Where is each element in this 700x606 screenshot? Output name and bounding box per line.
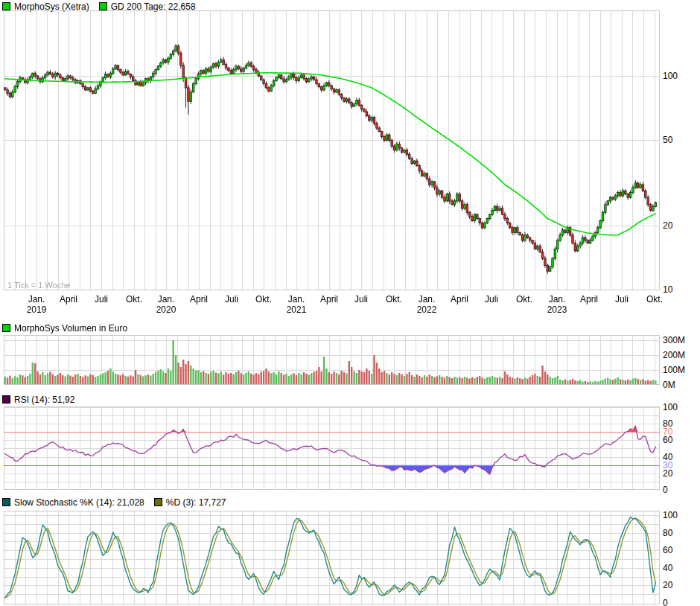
volume-axis-tick: 300M bbox=[663, 335, 685, 345]
legend-item-stoch-k: Slow Stochastic %K (14): 21,028 bbox=[2, 497, 144, 508]
legend-item-rsi: RSI (14): 51,92 bbox=[2, 395, 74, 405]
series-swatch-icon bbox=[154, 498, 162, 506]
price-candlestick-chart bbox=[4, 10, 660, 290]
series-swatch-icon bbox=[2, 395, 10, 404]
series-swatch-icon bbox=[2, 498, 10, 506]
rsi-axis-tick: 60 bbox=[663, 435, 672, 445]
stochastic-axis-tick: 60 bbox=[663, 545, 672, 555]
legend-label-stoch-k: Slow Stochastic %K (14): 21,028 bbox=[14, 497, 144, 508]
rsi-axis-tick: 20 bbox=[663, 468, 672, 479]
series-swatch-icon bbox=[99, 2, 107, 10]
stochastic-legend: Slow Stochastic %K (14): 21,028 %D (3): … bbox=[2, 497, 226, 508]
series-swatch-icon bbox=[2, 2, 10, 10]
legend-item-volume: MorphoSys Volumen in Euro bbox=[2, 323, 127, 334]
price-axis-tick: 10 bbox=[663, 284, 672, 295]
legend-item-stoch-d: %D (3): 17,727 bbox=[154, 497, 226, 508]
stochastic-axis-tick: 40 bbox=[663, 563, 672, 573]
stock-chart-page: MorphoSys (Xetra) GD 200 Tage: 22,658 1 … bbox=[0, 0, 700, 606]
volume-bar-chart bbox=[4, 335, 660, 385]
rsi-axis-tick: 0 bbox=[663, 485, 668, 495]
price-axis-tick: 100 bbox=[663, 71, 678, 81]
volume-axis-tick: 200M bbox=[663, 350, 685, 360]
rsi-line-chart bbox=[4, 406, 660, 490]
volume-axis-tick: 0M bbox=[663, 380, 675, 390]
rsi-axis-tick: 100 bbox=[663, 402, 678, 412]
date-axis-year-tick: 2022 bbox=[403, 304, 451, 315]
legend-label-rsi: RSI (14): 51,92 bbox=[14, 395, 74, 405]
date-axis-year-tick: 2023 bbox=[533, 304, 581, 315]
legend-label-volume: MorphoSys Volumen in Euro bbox=[14, 323, 127, 334]
date-axis-year-tick: 2021 bbox=[273, 304, 320, 315]
stochastic-line-chart bbox=[4, 511, 660, 605]
price-axis-tick: 50 bbox=[663, 135, 672, 145]
price-axis-tick: 20 bbox=[663, 220, 672, 231]
stochastic-axis-tick: 20 bbox=[663, 580, 672, 590]
tick-interval-note: 1 Tick = 1 Woche bbox=[7, 281, 70, 290]
series-swatch-icon bbox=[2, 324, 10, 332]
stochastic-axis-tick: 0 bbox=[663, 598, 668, 606]
rsi-legend: RSI (14): 51,92 bbox=[2, 394, 74, 405]
legend-label-stoch-d: %D (3): 17,727 bbox=[166, 497, 226, 508]
volume-legend: MorphoSys Volumen in Euro bbox=[2, 322, 127, 334]
stochastic-axis-tick: 100 bbox=[663, 510, 678, 520]
date-axis-year-tick: 2020 bbox=[142, 304, 190, 315]
volume-axis-tick: 100M bbox=[663, 365, 685, 375]
stochastic-axis-tick: 80 bbox=[663, 528, 672, 538]
date-axis-tick: Okt. bbox=[631, 294, 678, 304]
date-axis-year-tick: 2019 bbox=[13, 304, 60, 315]
